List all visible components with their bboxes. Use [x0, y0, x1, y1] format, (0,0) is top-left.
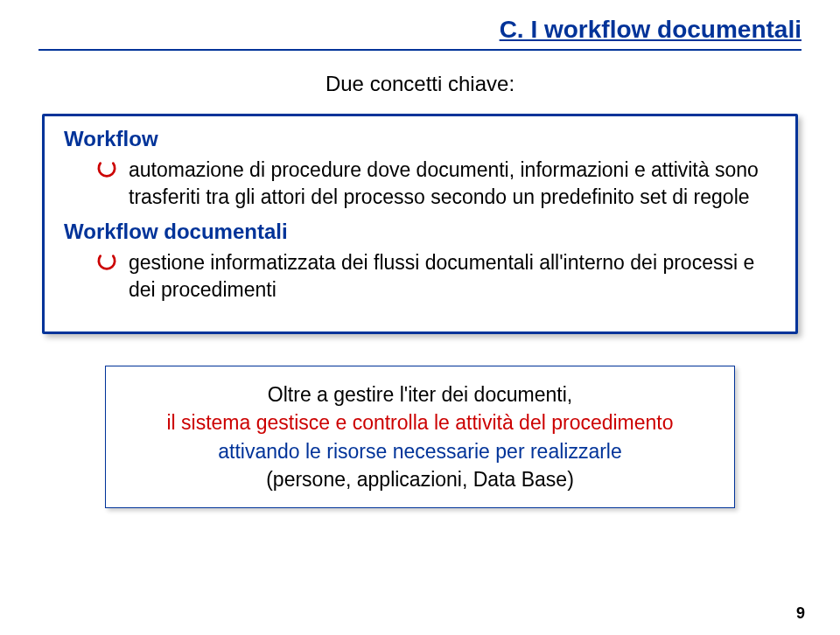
summary-line4: (persone, applicazioni, Data Base): [122, 465, 718, 493]
summary-box: Oltre a gestire l'iter dei documenti, il…: [105, 366, 735, 508]
workflow-doc-bullet-text: gestione informatizzata dei flussi docum…: [129, 249, 776, 304]
subtitle: Due concetti chiave:: [38, 72, 802, 96]
summary-line3: attivando le risorse necessarie per real…: [122, 437, 718, 465]
arc-bullet-icon: [97, 253, 116, 272]
header-divider: [38, 49, 802, 51]
page-title: C. I workflow documentali: [38, 16, 802, 45]
page-number: 9: [796, 604, 805, 623]
workflow-bullet-text: automazione di procedure dove documenti,…: [129, 157, 776, 211]
workflow-doc-bullet-row: gestione informatizzata dei flussi docum…: [97, 249, 776, 304]
summary-line2: il sistema gestisce e controlla le attiv…: [122, 408, 718, 436]
workflow-bullet-row: automazione di procedure dove documenti,…: [97, 157, 776, 211]
concepts-box: Workflow automazione di procedure dove d…: [42, 114, 798, 334]
section-workflow-doc-label: Workflow documentali: [64, 220, 776, 244]
summary-line1: Oltre a gestire l'iter dei documenti,: [122, 380, 718, 408]
section-workflow-label: Workflow: [64, 127, 776, 151]
arc-bullet-icon: [97, 160, 116, 179]
